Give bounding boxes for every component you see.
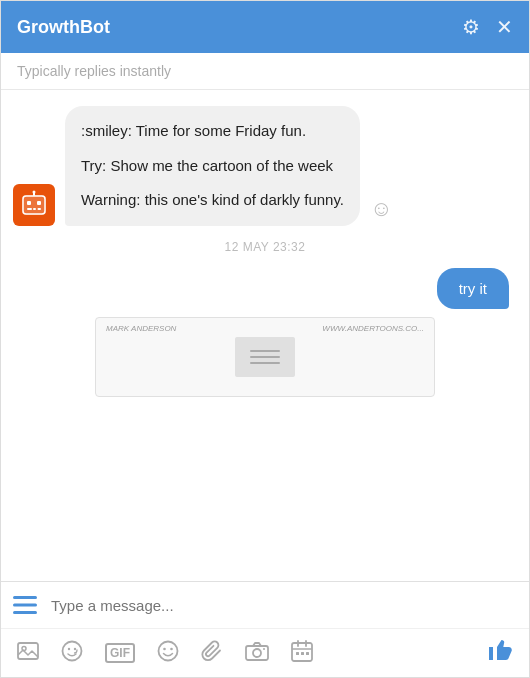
svg-point-8 [33,190,36,193]
header: GrowthBot ⚙ ✕ [1,1,529,53]
svg-rect-10 [13,604,37,607]
menu-icon[interactable] [13,592,37,618]
header-icons: ⚙ ✕ [462,15,513,39]
svg-point-22 [263,648,265,650]
calendar-icon[interactable] [291,640,313,667]
svg-point-16 [74,647,76,649]
svg-rect-27 [296,652,299,655]
thumb-icon[interactable] [487,637,513,669]
bot-message-row: :smiley: Time for some Friday fun. Try: … [13,106,517,226]
bot-line-1: :smiley: Time for some Friday fun. [81,120,344,143]
svg-point-21 [253,649,261,657]
svg-rect-28 [301,652,304,655]
gear-icon[interactable]: ⚙ [462,15,480,39]
camera-icon[interactable] [245,641,269,666]
input-icons-row: GIF [1,628,529,677]
input-bar: GIF [1,581,529,677]
attribution-right: WWW.ANDERTOONS.CO... [322,324,424,333]
image-icon[interactable] [17,641,39,666]
svg-point-19 [170,647,173,650]
user-bubble[interactable]: try it [437,268,509,309]
chat-area: :smiley: Time for some Friday fun. Try: … [1,90,529,581]
image-preview-attribution: MARK ANDERSON WWW.ANDERTOONS.CO... [106,324,424,333]
svg-point-18 [163,647,166,650]
svg-point-15 [68,647,70,649]
user-message-row: try it [13,268,509,309]
svg-rect-6 [38,208,42,210]
bot-bubble: :smiley: Time for some Friday fun. Try: … [65,106,360,226]
svg-rect-20 [246,646,268,660]
image-preview-visual [235,337,295,377]
image-preview-row: MARK ANDERSON WWW.ANDERTOONS.CO... [13,317,517,397]
attribution-left: MARK ANDERSON [106,324,176,333]
bot-line-2: Try: Show me the cartoon of the week [81,155,344,178]
svg-rect-3 [37,201,41,205]
bot-line-3: Warning: this one's kind of darkly funny… [81,189,344,212]
svg-rect-5 [33,208,36,210]
svg-point-14 [63,641,82,660]
svg-rect-2 [27,201,31,205]
status-bar: Typically replies instantly [1,53,529,90]
svg-point-17 [159,641,178,660]
svg-rect-0 [22,195,46,215]
app-container: GrowthBot ⚙ ✕ Typically replies instantl… [0,0,530,678]
image-preview: MARK ANDERSON WWW.ANDERTOONS.CO... [95,317,435,397]
sticker-icon[interactable] [61,640,83,667]
close-icon[interactable]: ✕ [496,15,513,39]
emoji-icon[interactable] [157,640,179,667]
svg-rect-29 [306,652,309,655]
svg-rect-4 [27,208,32,210]
attach-icon[interactable] [201,640,223,667]
emoji-reaction-button[interactable]: ☺ [370,196,392,226]
message-input[interactable] [43,593,517,618]
svg-rect-11 [13,611,37,614]
gif-icon[interactable]: GIF [105,643,135,664]
avatar [13,184,55,226]
header-title: GrowthBot [17,17,110,38]
timestamp: 12 MAY 23:32 [13,240,517,254]
status-text: Typically replies instantly [17,63,171,79]
input-row [1,582,529,628]
svg-rect-9 [13,596,37,599]
